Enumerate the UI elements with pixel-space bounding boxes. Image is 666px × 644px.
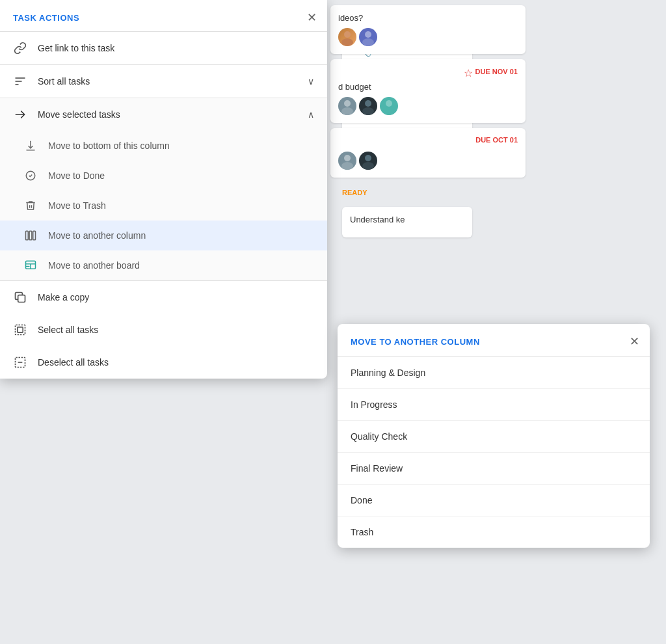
card-due: DUE NOV 01 bbox=[475, 68, 518, 75]
move-selected-section: Move selected tasks ∧ Move to bottom of … bbox=[0, 98, 327, 280]
link-icon bbox=[13, 41, 27, 55]
avatar-7 bbox=[359, 152, 377, 170]
svg-point-1 bbox=[341, 38, 353, 46]
move-panel-title: MOVE TO ANOTHER COLUMN bbox=[351, 337, 480, 347]
card-text: ideos? bbox=[338, 13, 518, 23]
star-icon: ☆ bbox=[464, 67, 473, 79]
svg-point-6 bbox=[365, 100, 371, 107]
move-to-column-panel: MOVE TO ANOTHER COLUMN ✕ Planning & Desi… bbox=[338, 324, 650, 548]
svg-point-8 bbox=[386, 100, 392, 107]
column-option-in-progress[interactable]: In Progress bbox=[338, 389, 650, 421]
arrow-down-icon bbox=[23, 139, 38, 153]
avatar-6 bbox=[338, 152, 356, 170]
svg-rect-29 bbox=[18, 327, 23, 332]
svg-rect-21 bbox=[29, 231, 32, 240]
chevron-up-icon: ∧ bbox=[308, 109, 314, 120]
select-all-icon bbox=[13, 323, 27, 337]
sub-menu-label: Move to another column bbox=[48, 230, 146, 241]
card-budget: ☆ DUE NOV 01 d budget bbox=[330, 59, 526, 123]
columns-icon bbox=[23, 228, 38, 243]
trash-icon bbox=[23, 198, 38, 213]
svg-rect-27 bbox=[18, 295, 25, 302]
menu-item-move-board[interactable]: Move to another board bbox=[0, 250, 327, 280]
menu-item-make-copy[interactable]: Make a copy bbox=[0, 281, 327, 314]
sub-menu-label: Move to bottom of this column bbox=[48, 141, 170, 151]
avatar-5 bbox=[380, 97, 398, 115]
avatars bbox=[338, 28, 518, 46]
menu-item-move-trash[interactable]: Move to Trash bbox=[0, 191, 327, 221]
sub-menu-label: Move to another board bbox=[48, 260, 140, 271]
menu-item-label: Sort all tasks bbox=[38, 76, 297, 87]
card-due: DUE OCT 01 bbox=[475, 136, 518, 144]
menu-item-label: Select all tasks bbox=[38, 325, 314, 335]
column-option-planning[interactable]: Planning & Design bbox=[338, 357, 650, 389]
svg-point-4 bbox=[344, 100, 351, 107]
menu-item-move-selected[interactable]: Move selected tasks ∧ bbox=[0, 98, 327, 131]
column-option-done[interactable]: Done bbox=[338, 485, 650, 517]
svg-point-11 bbox=[341, 162, 353, 170]
sub-menu-label: Move to Trash bbox=[48, 200, 106, 211]
column-option-final-review[interactable]: Final Review bbox=[338, 453, 650, 485]
menu-item-label: Deselect all tasks bbox=[38, 357, 314, 368]
card-text: Understand ke bbox=[350, 215, 464, 224]
check-circle-icon bbox=[23, 168, 38, 183]
column-option-trash[interactable]: Trash bbox=[338, 517, 650, 548]
svg-point-5 bbox=[341, 107, 353, 115]
chevron-down-icon: ∨ bbox=[308, 76, 314, 87]
avatars bbox=[338, 152, 518, 170]
arrow-right-icon bbox=[13, 107, 27, 122]
menu-item-sort[interactable]: Sort all tasks ∨ bbox=[0, 65, 327, 98]
copy-icon bbox=[13, 290, 27, 304]
svg-point-13 bbox=[362, 162, 374, 170]
center-cards: ideos? ☆ DUE NOV 01 d budget bbox=[330, 0, 539, 183]
avatar-3 bbox=[338, 97, 356, 115]
svg-rect-20 bbox=[26, 231, 29, 240]
svg-point-9 bbox=[383, 107, 395, 115]
menu-item-label: Move selected tasks bbox=[38, 109, 297, 120]
col-status-ready: READY bbox=[342, 189, 472, 196]
menu-item-label: Get link to this task bbox=[38, 43, 314, 53]
svg-point-0 bbox=[344, 31, 351, 38]
sort-icon bbox=[13, 74, 27, 88]
menu-item-get-link[interactable]: Get link to this task bbox=[0, 32, 327, 64]
avatar-2 bbox=[359, 28, 377, 46]
column-option-quality[interactable]: Quality Check bbox=[338, 421, 650, 453]
avatars bbox=[338, 97, 518, 115]
move-panel-header: MOVE TO ANOTHER COLUMN ✕ bbox=[338, 324, 650, 357]
avatar-1 bbox=[338, 28, 356, 46]
close-button[interactable]: ✕ bbox=[307, 12, 317, 23]
menu-item-select-all[interactable]: Select all tasks bbox=[0, 314, 327, 346]
card-ideos: ideos? bbox=[330, 5, 526, 54]
svg-rect-22 bbox=[33, 231, 36, 240]
sub-menu-label: Move to Done bbox=[48, 170, 105, 181]
panel-header: TASK ACTIONS ✕ bbox=[0, 0, 327, 32]
menu-item-deselect-all[interactable]: Deselect all tasks bbox=[0, 346, 327, 379]
svg-point-3 bbox=[362, 38, 374, 46]
svg-point-12 bbox=[365, 155, 371, 161]
close-move-panel-button[interactable]: ✕ bbox=[630, 336, 639, 347]
card-oct: DUE OCT 01 bbox=[330, 128, 526, 178]
svg-rect-28 bbox=[16, 325, 25, 335]
panel-title: TASK ACTIONS bbox=[13, 13, 79, 23]
svg-point-7 bbox=[362, 107, 374, 115]
menu-item-move-bottom[interactable]: Move to bottom of this column bbox=[0, 131, 327, 161]
deselect-icon bbox=[13, 355, 27, 369]
task-actions-panel: TASK ACTIONS ✕ Get link to this task Sor… bbox=[0, 0, 327, 379]
menu-item-label: Make a copy bbox=[38, 292, 314, 302]
svg-point-2 bbox=[365, 31, 371, 38]
avatar-4 bbox=[359, 97, 377, 115]
card-text: d budget bbox=[338, 82, 518, 92]
card-understand: Understand ke bbox=[342, 207, 472, 237]
svg-point-10 bbox=[344, 155, 351, 161]
menu-item-move-done[interactable]: Move to Done bbox=[0, 161, 327, 191]
board-icon bbox=[23, 258, 38, 273]
menu-item-move-column[interactable]: Move to another column bbox=[0, 221, 327, 250]
